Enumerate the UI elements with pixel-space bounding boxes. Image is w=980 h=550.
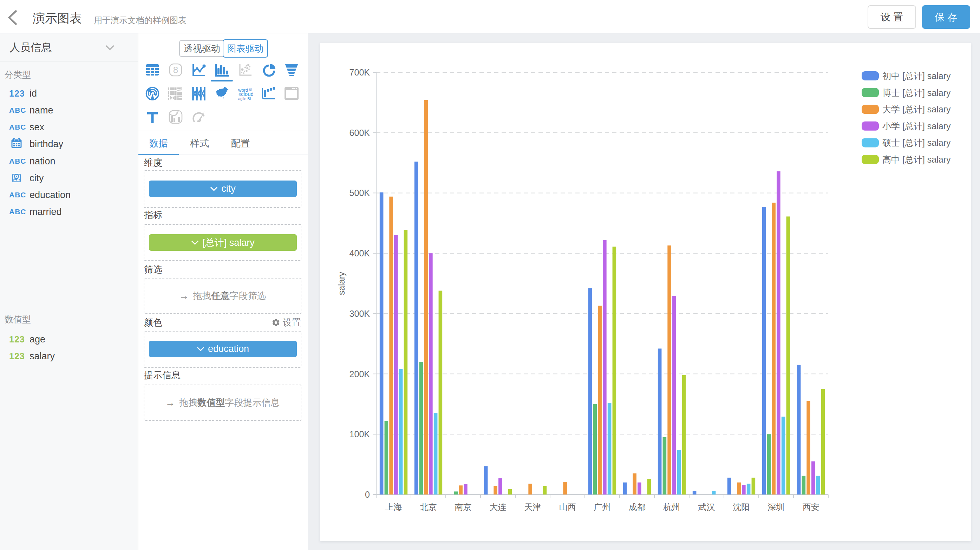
svg-text:广州: 广州	[594, 502, 611, 512]
svg-text:400K: 400K	[350, 248, 370, 258]
svg-text:500K: 500K	[350, 188, 370, 198]
svg-text:深圳: 深圳	[768, 502, 785, 512]
svg-text:山西: 山西	[559, 502, 576, 512]
svg-text:8: 8	[173, 65, 178, 75]
svg-text:100K: 100K	[350, 429, 370, 439]
svg-text:云: 云	[239, 93, 241, 96]
svg-text:小学 [总计] salary: 小学 [总计] salary	[882, 121, 951, 131]
svg-text:700K: 700K	[350, 67, 370, 77]
svg-text:西安: 西安	[803, 502, 819, 512]
svg-text:高中 [总计] salary: 高中 [总计] salary	[882, 154, 951, 164]
svg-text:北京: 北京	[420, 502, 437, 512]
svg-text:600K: 600K	[350, 128, 370, 138]
svg-text:0: 0	[365, 490, 370, 499]
svg-text:大连: 大连	[490, 502, 506, 512]
svg-text:天津: 天津	[524, 502, 541, 512]
svg-text:agile Bi: agile Bi	[238, 97, 251, 101]
svg-text:博士 [总计] salary: 博士 [总计] salary	[882, 88, 951, 98]
svg-text:salary: salary	[337, 272, 346, 295]
svg-text:成都: 成都	[629, 502, 646, 512]
svg-text:杭州: 杭州	[663, 502, 680, 512]
svg-text:大学 [总计] salary: 大学 [总计] salary	[882, 104, 951, 114]
svg-text:上海: 上海	[385, 502, 402, 512]
svg-text:初中 [总计] salary: 初中 [总计] salary	[882, 71, 951, 81]
svg-text:cloud: cloud	[241, 91, 253, 97]
svg-text:沈阳: 沈阳	[733, 502, 750, 512]
svg-text:200K: 200K	[350, 369, 370, 379]
svg-text:南京: 南京	[455, 502, 472, 512]
svg-text:硕士 [总计] salary: 硕士 [总计] salary	[882, 138, 951, 148]
svg-text:武汉: 武汉	[698, 502, 715, 512]
svg-text:300K: 300K	[350, 309, 370, 318]
